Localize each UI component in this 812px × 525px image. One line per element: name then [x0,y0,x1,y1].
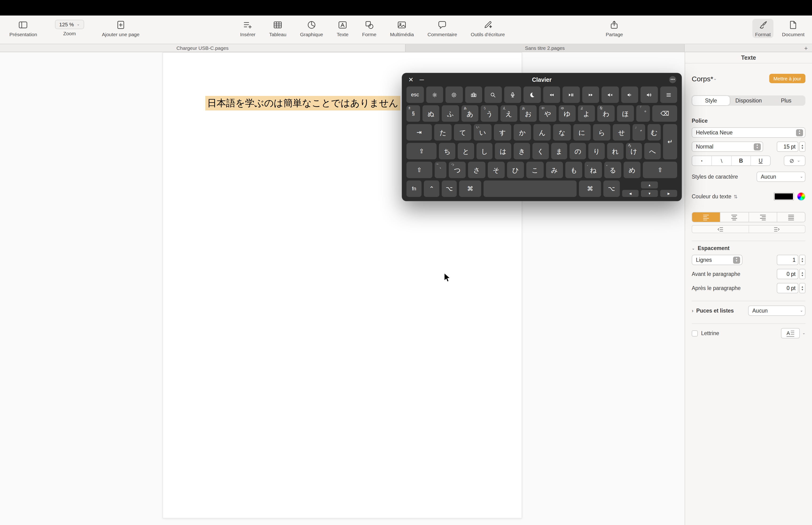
tab-style[interactable]: Style [692,96,730,105]
font-typeface-popup[interactable]: Normal ▲▼ [692,141,763,152]
key-き[interactable]: き [514,143,530,159]
toolbar-button-share[interactable]: Partage [603,19,626,38]
key-list[interactable] [660,87,677,103]
key-め[interactable]: め [624,162,641,178]
format-button-1[interactable]: ∖ [712,156,732,165]
key-tab[interactable]: ⇥ [407,124,432,140]
key-ゆ[interactable]: ゅゆ [558,105,576,122]
toolbar-button-presentation[interactable]: Présentation [6,19,40,38]
key-あ[interactable]: ぁあ [461,105,479,122]
accessibility-keyboard-window[interactable]: ✕ ─ Clavier ••• esc±§ぬふぁあぅうぇえぉおゃやゅゆょよをわほ… [402,73,682,201]
space-after-stepper[interactable]: ▲▼ [799,283,806,293]
update-style-button[interactable]: Mettre à jour [769,74,806,83]
key-゛[interactable]: 」゛ [633,124,645,140]
key-え[interactable]: ぇえ [500,105,517,122]
key-shift[interactable]: ⇧ [407,162,432,178]
key-ね[interactable]: 、ね [585,162,602,178]
key-な[interactable]: な [553,124,571,140]
key-と[interactable]: と [458,143,474,159]
toolbar-button-table[interactable]: Tableau [266,19,289,38]
toolbar-button-media[interactable]: Multimédia [387,19,417,38]
toolbar-button-document[interactable]: Document [779,19,807,38]
line-spacing-field[interactable]: 1 [777,255,798,265]
align-justify-button[interactable] [777,212,805,222]
key-control[interactable]: ⌃ [424,180,439,197]
color-wheel-button[interactable] [797,192,806,201]
align-center-button[interactable] [721,212,749,222]
line-spacing-popup[interactable]: Lignes ▲▼ [692,255,742,265]
key-mic[interactable] [504,87,521,103]
toolbar-button-add-page[interactable]: Ajouter une page [99,19,142,38]
key-よ[interactable]: ょよ [578,105,595,122]
key-し[interactable]: し [476,143,492,159]
key-へ[interactable]: へ [644,143,661,159]
toolbar-button-format[interactable]: Format [752,19,774,38]
zoom-level-dropdown[interactable]: 125 %⌄ [55,20,84,29]
paragraph-style-name[interactable]: Corps* [692,75,713,82]
line-spacing-stepper[interactable]: ▲▼ [799,255,806,265]
spacing-header[interactable]: ⌄ Espacement [692,245,806,251]
bullets-popup[interactable]: Aucun ⌄ [748,305,806,316]
chevron-right-icon[interactable]: › [692,308,693,314]
key-arrow-up[interactable]: ▲ [641,181,658,189]
key-せ[interactable]: せ [613,124,630,140]
key-backspace[interactable]: ⌫ [653,105,677,122]
key-arrow-right[interactable]: ▶ [660,190,677,197]
key-volume-up[interactable] [641,87,658,103]
key-み[interactable]: み [546,162,563,178]
minimize-icon[interactable]: ─ [419,77,424,83]
key-す[interactable]: す [494,124,511,140]
text-color-well[interactable] [773,192,794,201]
key-ふ[interactable]: ふ [442,105,459,122]
key-や[interactable]: ゃや [539,105,556,122]
font-size-stepper[interactable]: ▲▼ [799,141,806,152]
align-right-button[interactable] [749,212,777,222]
key-§[interactable]: ±§ [407,105,420,122]
toolbar-button-comment[interactable]: Commentaire [425,19,460,38]
format-button-0[interactable]: • [692,156,712,165]
key-arrow-down[interactable]: ▼ [641,190,658,197]
toolbar-button-chart[interactable]: Graphique [297,19,326,38]
key-`[interactable]: ~` [434,162,446,178]
key-わ[interactable]: をわ [597,105,615,122]
key-caps-lock[interactable]: ⇪ [407,143,437,159]
key-れ[interactable]: れ [607,143,623,159]
advanced-text-options-button[interactable]: ⌄ [784,155,806,166]
key-ひ[interactable]: ひ [507,162,524,178]
key-space[interactable] [484,180,577,197]
key-brightness-down[interactable] [426,87,443,103]
toolbar-button-zoom[interactable]: 125 %⌄Zoom [52,19,87,37]
key-search[interactable] [485,87,502,103]
key-る[interactable]: 。る [604,162,621,178]
document-tab-2[interactable]: Sans titre 2.pages [405,44,685,52]
chevron-down-icon[interactable]: ⌄ [802,331,806,335]
key-esc[interactable]: esc [407,87,424,103]
key-mission-control[interactable] [465,87,482,103]
key-shift[interactable]: ⇧ [643,162,677,178]
chevron-down-icon[interactable]: ⌄ [713,76,717,80]
key-option[interactable]: ⌥ [442,180,457,197]
key-ら[interactable]: ら [593,124,610,140]
space-before-field[interactable]: 0 pt [777,269,798,279]
key-け[interactable]: ろけ [626,143,642,159]
tab-disposition[interactable]: Disposition [730,96,767,105]
key-そ[interactable]: そ [488,162,505,178]
key-の[interactable]: の [570,143,586,159]
close-icon[interactable]: ✕ [408,77,414,83]
key-た[interactable]: た [434,124,451,140]
key-か[interactable]: か [514,124,531,140]
key-mute[interactable] [601,87,619,103]
key-arrow-left[interactable]: ◀ [622,190,639,197]
keyboard-options-icon[interactable]: ••• [669,76,676,83]
key-rewind[interactable] [543,87,560,103]
key-い[interactable]: ぃい [474,124,491,140]
toolbar-button-writing-tools[interactable]: Outils d'écriture [468,19,508,38]
dropcap-style-button[interactable]: A [781,328,800,339]
key-fn[interactable]: fn [407,180,422,197]
key-ほ[interactable]: ほ [617,105,634,122]
key-command[interactable]: ⌘ [459,180,481,197]
key-さ[interactable]: さ [468,162,486,178]
key-ち[interactable]: ち [439,143,455,159]
dropcap-checkbox[interactable] [692,330,698,336]
document-highlighted-text[interactable]: 日本語を学ぶのは簡単なことではありません [205,96,400,110]
